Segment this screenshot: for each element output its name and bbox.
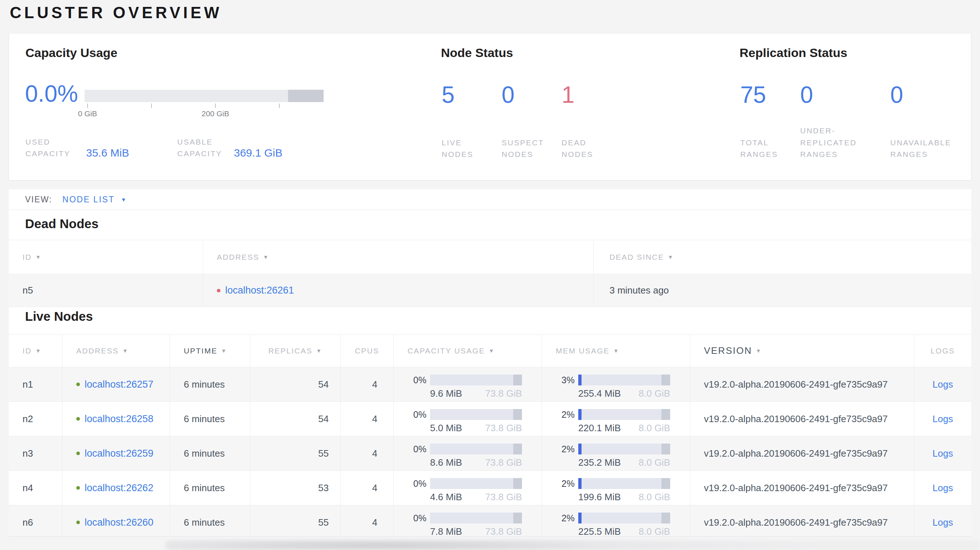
column-header-label: REPLICAS <box>269 347 312 355</box>
mem-fill-segment <box>578 443 582 455</box>
node-replicas-cell: 55 <box>250 436 341 471</box>
node-replicas-cell: 53 <box>250 471 341 505</box>
mem-other-segment <box>662 375 670 385</box>
gauge-tick-label: 0 GiB <box>78 109 97 118</box>
live-nodes-table-header: ID ADDRESS UPTIME REPLICAS CPUS CAPACITY… <box>9 335 971 367</box>
logs-link[interactable]: Logs <box>932 517 953 528</box>
capacity-usage-bar <box>430 513 522 523</box>
dead-nodes-heading: Dead Nodes <box>25 216 99 231</box>
live-node-row: n6 localhost:26260 6 minutes 55 4 0% 7.8… <box>9 505 971 537</box>
node-address-cell: localhost:26260 <box>62 505 170 537</box>
total-ranges-count: 75 <box>740 83 800 107</box>
sort-arrow-icon <box>756 348 762 354</box>
mem-fill-segment <box>578 478 582 489</box>
capacity-other-segment <box>513 443 522 455</box>
column-header-version[interactable]: VERSION <box>690 335 914 367</box>
dead-nodes-table-header: ID ADDRESS DEAD SINCE <box>9 240 971 274</box>
column-header-address[interactable]: ADDRESS <box>203 240 593 274</box>
node-uptime-cell: 6 minutes <box>170 505 250 537</box>
node-id-cell: n3 <box>9 436 62 471</box>
node-mem-usage-cell: 2% 235.2 MiB 8.0 GiB <box>542 436 690 471</box>
node-address-link[interactable]: localhost:26261 <box>225 285 294 296</box>
node-mem-usage-cell: 3% 255.4 MiB 8.0 GiB <box>542 367 690 401</box>
node-cpus-cell: 4 <box>341 505 394 537</box>
live-node-row: n4 localhost:26262 6 minutes 53 4 0% 4.6… <box>9 471 971 505</box>
capacity-used-value: 5.0 MiB <box>430 423 462 434</box>
logs-link[interactable]: Logs <box>932 413 953 424</box>
replication-status-title: Replication Status <box>740 46 848 60</box>
live-status-icon <box>76 417 80 421</box>
column-header-capacity-usage[interactable]: CAPACITY USAGE <box>394 335 542 367</box>
node-uptime-cell: 6 minutes <box>170 436 250 471</box>
mem-percent-label: 2% <box>556 478 574 489</box>
logs-link[interactable]: Logs <box>932 482 953 494</box>
node-logs-cell: Logs <box>914 367 971 401</box>
column-header-uptime[interactable]: UPTIME <box>170 335 250 367</box>
total-ranges-label: TOTAL RANGES <box>740 137 800 161</box>
node-cpus-cell: 4 <box>341 436 394 471</box>
capacity-percent-label: 0% <box>407 375 426 385</box>
column-header-replicas[interactable]: REPLICAS <box>250 335 341 367</box>
mem-other-segment <box>662 513 670 523</box>
column-header-label: LOGS <box>931 347 955 355</box>
node-id-cell: n1 <box>9 367 62 401</box>
view-bar: VIEW: NODE LIST <box>9 189 971 210</box>
column-header-id[interactable]: ID <box>9 335 62 367</box>
mem-percent-label: 3% <box>556 375 574 385</box>
node-mem-usage-cell: 2% 225.5 MiB 8.0 GiB <box>542 505 690 537</box>
node-cpus-cell: 4 <box>341 402 394 436</box>
node-address-link[interactable]: localhost:26259 <box>84 448 153 459</box>
mem-total-value: 8.0 GiB <box>639 388 670 399</box>
node-logs-cell: Logs <box>914 436 971 471</box>
node-replicas-cell: 54 <box>250 367 341 401</box>
node-capacity-usage-cell: 0% 4.6 MiB 73.8 GiB <box>394 471 542 505</box>
mem-usage-bar <box>578 409 670 420</box>
capacity-used-value: 4.6 MiB <box>430 491 462 503</box>
mem-percent-label: 2% <box>556 444 574 455</box>
logs-link[interactable]: Logs <box>932 379 953 390</box>
node-version-cell: v19.2.0-alpha.20190606-2491-gfe735c9a97 <box>690 436 914 471</box>
column-header-address[interactable]: ADDRESS <box>62 335 170 367</box>
dead-nodes-table: ID ADDRESS DEAD SINCE n5 localhost:26261… <box>9 240 971 307</box>
mem-total-value: 8.0 GiB <box>639 491 670 503</box>
node-address-link[interactable]: localhost:26262 <box>84 482 153 494</box>
column-header-dead-since[interactable]: DEAD SINCE <box>593 240 971 274</box>
used-capacity-label: USED CAPACITY <box>25 136 82 160</box>
node-capacity-usage-cell: 0% 5.0 MiB 73.8 GiB <box>394 402 542 436</box>
node-capacity-usage-cell: 0% 8.6 MiB 73.8 GiB <box>394 436 542 471</box>
logs-link[interactable]: Logs <box>932 448 953 459</box>
node-uptime-cell: 6 minutes <box>170 471 250 505</box>
under-replicated-ranges-count: 0 <box>800 83 890 107</box>
mem-fill-segment <box>578 513 582 523</box>
view-selector-dropdown[interactable]: NODE LIST <box>62 195 126 205</box>
node-address-cell: localhost:26257 <box>62 367 170 401</box>
capacity-total-value: 73.8 GiB <box>485 457 522 468</box>
node-address-link[interactable]: localhost:26258 <box>84 413 153 424</box>
column-header-id[interactable]: ID <box>9 240 203 274</box>
column-header-logs: LOGS <box>914 335 971 367</box>
capacity-total-value: 73.8 GiB <box>485 526 522 537</box>
sort-arrow-icon <box>613 348 619 354</box>
gauge-tick <box>215 103 216 108</box>
mem-usage-bar <box>578 513 670 523</box>
capacity-total-value: 73.8 GiB <box>485 388 522 399</box>
column-header-label: UPTIME <box>184 347 218 355</box>
node-version-cell: v19.2.0-alpha.20190606-2491-gfe735c9a97 <box>690 367 914 401</box>
usable-capacity-label: USABLE CAPACITY <box>177 136 239 160</box>
sort-arrow-icon <box>123 348 129 354</box>
column-header-label: DEAD SINCE <box>609 253 664 262</box>
capacity-usage-bar <box>430 443 522 455</box>
capacity-usage-bar <box>430 478 522 489</box>
column-header-mem-usage[interactable]: MEM USAGE <box>542 335 690 367</box>
chevron-down-icon <box>121 197 126 203</box>
node-address-link[interactable]: localhost:26260 <box>84 517 153 528</box>
mem-percent-label: 2% <box>556 513 574 523</box>
node-address-link[interactable]: localhost:26257 <box>84 379 153 390</box>
column-header-label: ID <box>22 253 32 262</box>
column-header-label: VERSION <box>704 345 752 356</box>
live-node-row: n1 localhost:26257 6 minutes 54 4 0% 9.6… <box>9 367 971 402</box>
mem-usage-bar <box>578 375 670 385</box>
view-label: VIEW: <box>25 195 52 205</box>
capacity-used-value: 7.8 MiB <box>430 526 462 537</box>
gauge-tick <box>279 103 280 108</box>
